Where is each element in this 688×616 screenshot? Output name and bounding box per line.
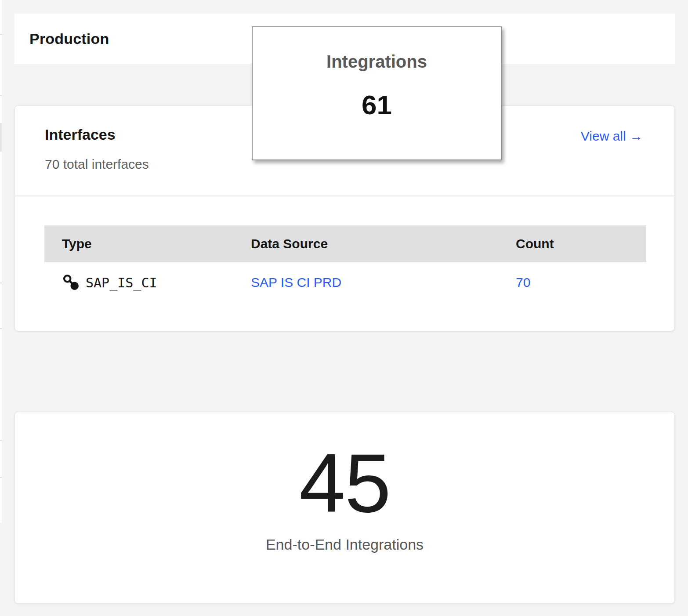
end-to-end-integrations-card: 45 End-to-End Integrations xyxy=(14,412,675,604)
dashboard-page: { "header": { "title": "Production" }, "… xyxy=(0,0,688,616)
type-cell: SAP_IS_CI xyxy=(44,273,251,292)
interfaces-card-title: Interfaces xyxy=(45,126,116,143)
edge-divider xyxy=(0,95,2,96)
count-link[interactable]: 70 xyxy=(516,275,530,290)
left-edge-artifact xyxy=(0,0,2,523)
integrations-tooltip: Integrations 61 xyxy=(252,26,502,160)
edge-divider xyxy=(0,477,2,478)
page-title: Production xyxy=(29,30,109,47)
edge-divider xyxy=(0,440,2,441)
edge-divider xyxy=(0,34,2,35)
card-divider xyxy=(15,196,674,196)
column-header-data-source: Data Source xyxy=(251,236,516,251)
edge-divider xyxy=(0,328,2,329)
tooltip-value: 61 xyxy=(253,89,501,120)
interfaces-total-count: 70 total interfaces xyxy=(45,157,149,172)
connection-node-icon xyxy=(62,273,80,292)
end-to-end-label: End-to-End Integrations xyxy=(15,536,674,553)
end-to-end-count: 45 xyxy=(15,441,674,525)
table-row: SAP_IS_CI SAP IS CI PRD 70 xyxy=(44,262,646,303)
view-all-link[interactable]: View all → xyxy=(581,129,643,144)
tooltip-label: Integrations xyxy=(253,52,501,72)
data-source-link[interactable]: SAP IS CI PRD xyxy=(251,275,341,290)
edge-block xyxy=(0,123,2,152)
edge-divider xyxy=(0,283,2,283)
column-header-type: Type xyxy=(44,236,251,251)
column-header-count: Count xyxy=(516,236,646,251)
interfaces-table-header: Type Data Source Count xyxy=(44,225,646,262)
interface-type-label: SAP_IS_CI xyxy=(86,275,157,290)
